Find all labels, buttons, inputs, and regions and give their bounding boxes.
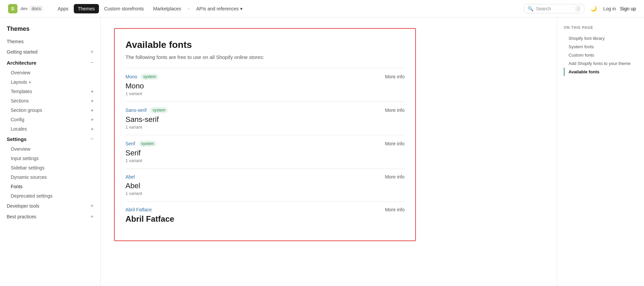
font-variants-abel: 1 variant bbox=[125, 191, 405, 196]
plus-icon-config: + bbox=[91, 117, 94, 122]
font-variants-mono: 1 variant bbox=[125, 91, 405, 96]
minus-icon: − bbox=[91, 60, 94, 66]
sidebar-item-deprecated-settings-label: Deprecated settings bbox=[11, 193, 53, 199]
plus-icon-locales: + bbox=[91, 126, 94, 132]
sidebar-item-themes-label: Themes bbox=[7, 39, 24, 44]
font-entry-abril-fatface-left: Abril Fatface bbox=[125, 207, 152, 212]
font-entry-sans-serif-header: Sans-serif system More info bbox=[125, 107, 405, 113]
toc-panel: ON THIS PAGE Shopify font library System… bbox=[557, 17, 644, 286]
nav-apis-references[interactable]: APIs and references ▾ bbox=[192, 4, 247, 13]
more-info-link-serif[interactable]: More info bbox=[385, 141, 405, 146]
page-title: Available fonts bbox=[125, 40, 405, 50]
nav-marketplaces[interactable]: Marketplaces bbox=[149, 4, 185, 13]
sidebar-item-best-practices[interactable]: Best practices + bbox=[0, 211, 100, 222]
sidebar: Themes Themes Getting started + Architec… bbox=[0, 17, 101, 286]
sidebar-item-overview-arch[interactable]: Overview bbox=[0, 68, 100, 77]
sidebar-item-config-label: Config bbox=[11, 117, 24, 122]
more-info-link-sans-serif[interactable]: More info bbox=[385, 108, 405, 113]
login-link[interactable]: Log in bbox=[603, 6, 616, 11]
plus-icon-section-groups: + bbox=[91, 108, 94, 113]
minus-icon-settings: − bbox=[91, 136, 94, 142]
font-preview-serif: Serif bbox=[125, 149, 405, 157]
font-entry-abel: Abel More info Abel 1 variant bbox=[125, 168, 405, 201]
font-name-link-mono[interactable]: Mono bbox=[125, 74, 137, 79]
logo-dev-text: .dev bbox=[19, 6, 28, 11]
theme-toggle-button[interactable]: 🌙 bbox=[588, 3, 599, 14]
sidebar-title: Themes bbox=[0, 23, 100, 37]
font-entry-mono-left: Mono system bbox=[125, 74, 159, 80]
plus-icon: + bbox=[91, 49, 94, 55]
search-shortcut-badge: / bbox=[576, 6, 581, 11]
sidebar-item-sidebar-settings[interactable]: Sidebar settings bbox=[0, 163, 100, 172]
sidebar-item-getting-started[interactable]: Getting started + bbox=[0, 47, 100, 57]
sidebar-item-overview-settings[interactable]: Overview bbox=[0, 144, 100, 154]
sidebar-item-sections[interactable]: Sections + bbox=[0, 96, 100, 105]
sidebar-item-architecture-label: Architecture bbox=[7, 60, 36, 66]
nav-dot-separator: • bbox=[188, 6, 190, 11]
sidebar-item-architecture[interactable]: Architecture − bbox=[0, 57, 100, 68]
toc-item-system-fonts[interactable]: System fonts bbox=[564, 43, 637, 51]
plus-icon-templates: + bbox=[91, 89, 94, 94]
sidebar-item-templates-label: Templates bbox=[11, 89, 32, 94]
sidebar-item-overview-arch-label: Overview bbox=[11, 70, 30, 75]
sidebar-item-locales-label: Locales bbox=[11, 126, 27, 132]
sidebar-item-layouts-label: Layouts bbox=[11, 79, 27, 85]
signup-link[interactable]: Sign up bbox=[620, 6, 636, 11]
plus-icon-dev-tools: + bbox=[91, 203, 94, 209]
sidebar-item-getting-started-label: Getting started bbox=[7, 49, 38, 55]
sidebar-item-fonts[interactable]: Fonts bbox=[0, 182, 100, 191]
sidebar-item-settings[interactable]: Settings − bbox=[0, 134, 100, 144]
sidebar-item-input-settings[interactable]: Input settings bbox=[0, 154, 100, 163]
font-entry-serif-left: Serif system bbox=[125, 141, 157, 147]
sidebar-item-overview-settings-label: Overview bbox=[11, 146, 30, 152]
chevron-down-icon: ▾ bbox=[240, 6, 243, 11]
nav-apps[interactable]: Apps bbox=[54, 4, 72, 13]
font-entry-serif: Serif system More info Serif 1 variant bbox=[125, 135, 405, 168]
sidebar-item-themes[interactable]: Themes bbox=[0, 37, 100, 47]
sidebar-item-developer-tools-label: Developer tools bbox=[7, 203, 39, 209]
plus-icon-layouts: + bbox=[29, 79, 31, 85]
system-badge-serif: system bbox=[139, 141, 157, 147]
nav-links: Apps Themes Custom storefronts Marketpla… bbox=[54, 4, 524, 13]
sidebar-item-layouts[interactable]: Layouts + bbox=[0, 77, 100, 87]
search-box[interactable]: 🔍 Search / bbox=[524, 4, 584, 13]
font-name-link-abril-fatface[interactable]: Abril Fatface bbox=[125, 207, 152, 212]
nav-themes[interactable]: Themes bbox=[74, 4, 99, 13]
top-navigation: S .dev docs Apps Themes Custom storefron… bbox=[0, 0, 644, 17]
page-layout: Themes Themes Getting started + Architec… bbox=[0, 17, 644, 286]
sidebar-item-config[interactable]: Config + bbox=[0, 115, 100, 124]
sidebar-item-deprecated-settings[interactable]: Deprecated settings bbox=[0, 191, 100, 201]
more-info-link-abel[interactable]: More info bbox=[385, 174, 405, 180]
sidebar-item-section-groups[interactable]: Section groups + bbox=[0, 105, 100, 115]
sidebar-item-dynamic-sources-label: Dynamic sources bbox=[11, 174, 47, 180]
font-entry-sans-serif-left: Sans-serif system bbox=[125, 107, 168, 113]
search-placeholder-text: Search bbox=[536, 6, 551, 11]
sidebar-item-locales[interactable]: Locales + bbox=[0, 124, 100, 134]
sidebar-item-dynamic-sources[interactable]: Dynamic sources bbox=[0, 172, 100, 182]
font-name-link-abel[interactable]: Abel bbox=[125, 174, 135, 180]
page-description: The following fonts are free to use on a… bbox=[125, 54, 405, 60]
toc-item-shopify-font-library[interactable]: Shopify font library bbox=[564, 34, 637, 43]
more-info-link-abril-fatface[interactable]: More info bbox=[385, 207, 405, 212]
font-name-link-sans-serif[interactable]: Sans-serif bbox=[125, 108, 147, 113]
search-icon: 🔍 bbox=[528, 6, 533, 11]
toc-item-custom-fonts[interactable]: Custom fonts bbox=[564, 51, 637, 59]
font-entry-mono-header: Mono system More info bbox=[125, 74, 405, 80]
toc-item-available-fonts[interactable]: Available fonts bbox=[564, 68, 637, 76]
logo-docs-badge: docs bbox=[30, 6, 43, 11]
font-variants-sans-serif: 1 variant bbox=[125, 125, 405, 130]
sidebar-item-templates[interactable]: Templates + bbox=[0, 87, 100, 96]
nav-custom-storefronts[interactable]: Custom storefronts bbox=[100, 4, 148, 13]
more-info-link-mono[interactable]: More info bbox=[385, 74, 405, 79]
system-badge-sans-serif: system bbox=[150, 107, 168, 113]
font-name-link-serif[interactable]: Serif bbox=[125, 141, 135, 146]
shopify-logo-icon: S bbox=[8, 4, 17, 13]
toc-item-add-shopify-fonts[interactable]: Add Shopify fonts to your theme bbox=[564, 59, 637, 68]
plus-icon-best-practices: + bbox=[91, 214, 94, 220]
font-entry-abel-left: Abel bbox=[125, 174, 135, 180]
logo-area[interactable]: S .dev docs bbox=[8, 4, 43, 13]
sidebar-item-settings-label: Settings bbox=[7, 136, 26, 142]
font-entry-abril-fatface-header: Abril Fatface More info bbox=[125, 207, 405, 212]
sidebar-item-developer-tools[interactable]: Developer tools + bbox=[0, 201, 100, 211]
font-entry-abril-fatface: Abril Fatface More info Abril Fatface bbox=[125, 201, 405, 230]
